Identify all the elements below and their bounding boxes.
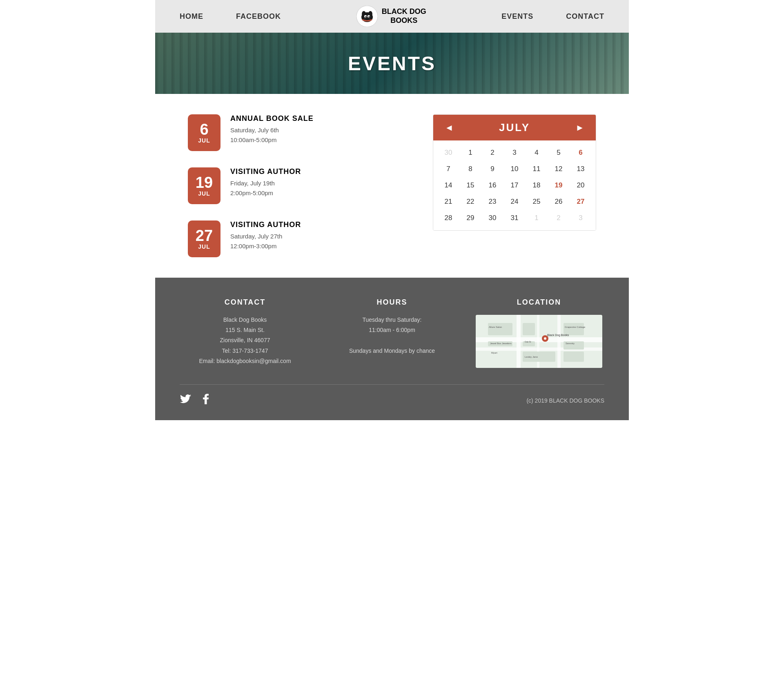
calendar-cell[interactable]: 21	[437, 194, 459, 210]
calendar-cell[interactable]: 24	[503, 194, 526, 210]
calendar-cell[interactable]: 3	[570, 210, 592, 226]
calendar-row: 21222324252627	[437, 194, 592, 210]
calendar-cell[interactable]: 6	[570, 145, 592, 161]
event-title: VISITING AUTHOR	[230, 220, 301, 229]
event-date-text: Friday, July 19th2:00pm-5:00pm	[230, 178, 301, 198]
calendar-cell[interactable]: 1	[459, 145, 481, 161]
event-details: ANNUAL BOOK SALE Saturday, July 6th10:00…	[230, 114, 314, 145]
hero-banner: EVENTS	[155, 33, 629, 94]
event-item: 19 JUL VISITING AUTHOR Friday, July 19th…	[188, 167, 416, 204]
calendar-cell[interactable]: 30	[481, 210, 503, 226]
svg-point-25	[544, 337, 546, 340]
calendar-cell[interactable]: 4	[526, 145, 548, 161]
footer-top: CONTACT Black Dog Books 115 S. Main St. …	[180, 298, 604, 368]
facebook-icon[interactable]	[200, 393, 212, 408]
calendar-cell[interactable]: 1	[526, 210, 548, 226]
calendar-cell[interactable]: 2	[548, 210, 570, 226]
footer: CONTACT Black Dog Books 115 S. Main St. …	[155, 278, 629, 420]
event-month: JUL	[198, 137, 210, 144]
nav-facebook[interactable]: FACEBOOK	[236, 12, 281, 20]
nav-events[interactable]: EVENTS	[501, 12, 533, 20]
nav-home[interactable]: HOME	[180, 12, 203, 20]
contact-email[interactable]: Email: blackdogbooksin@gmail.com	[199, 358, 291, 364]
hero-title: EVENTS	[348, 52, 436, 75]
hours-heading: HOURS	[327, 298, 457, 307]
svg-point-8	[368, 16, 370, 18]
event-month: JUL	[198, 243, 210, 250]
calendar-cell[interactable]: 2	[481, 145, 503, 161]
event-title: VISITING AUTHOR	[230, 167, 301, 176]
calendar-cell[interactable]: 10	[503, 161, 526, 177]
calendar-cell[interactable]: 5	[548, 145, 570, 161]
calendar-row: 30123456	[437, 145, 592, 161]
calendar-cell[interactable]: 8	[459, 161, 481, 177]
calendar-cell[interactable]: 22	[459, 194, 481, 210]
calendar-cell[interactable]: 19	[548, 177, 570, 194]
calendar-prev-button[interactable]: ◄	[441, 122, 457, 133]
svg-rect-23	[564, 352, 584, 362]
calendar-cell[interactable]: 27	[570, 194, 592, 210]
calendar-cell[interactable]: 18	[526, 177, 548, 194]
footer-hours: HOURS Tuesday thru Saturday: 11:00am - 6…	[327, 298, 457, 368]
calendar-cell[interactable]: 29	[459, 210, 481, 226]
social-icons	[180, 393, 212, 408]
svg-text:Allure Salon: Allure Salon	[489, 326, 502, 328]
logo-text: BLACK DOG BOOKS	[382, 7, 426, 25]
calendar-cell[interactable]: 17	[503, 177, 526, 194]
event-date-text: Saturday, July 6th10:00am-5:00pm	[230, 125, 314, 145]
calendar-cell[interactable]: 9	[481, 161, 503, 177]
calendar-section: ◄ JULY ► 3012345678910111213141516171819…	[433, 114, 596, 257]
svg-rect-16	[488, 323, 512, 335]
event-item: 6 JUL ANNUAL BOOK SALE Saturday, July 6t…	[188, 114, 416, 151]
svg-text:Oak St: Oak St	[525, 341, 531, 343]
hours-weekday-time: 11:00am - 6:00pm	[369, 327, 415, 333]
svg-point-9	[365, 18, 369, 20]
hours-weekend: Sundays and Mondays by chance	[349, 347, 435, 354]
calendar-cell[interactable]: 11	[526, 161, 548, 177]
logo-icon	[356, 6, 378, 27]
calendar-cell[interactable]: 28	[437, 210, 459, 226]
calendar-cell[interactable]: 16	[481, 177, 503, 194]
contact-name: Black Dog Books	[223, 316, 267, 323]
contact-tel: Tel: 317-733-1747	[222, 347, 268, 354]
calendar-cell[interactable]: 12	[548, 161, 570, 177]
location-heading: LOCATION	[474, 298, 604, 307]
calendar-cell[interactable]: 15	[459, 177, 481, 194]
calendar-cell[interactable]: 7	[437, 161, 459, 177]
events-list: 6 JUL ANNUAL BOOK SALE Saturday, July 6t…	[188, 114, 416, 257]
calendar-cell[interactable]: 23	[481, 194, 503, 210]
nav-contact[interactable]: CONTACT	[566, 12, 604, 20]
svg-text:Grapevine Cottage: Grapevine Cottage	[565, 326, 586, 328]
calendar-cell[interactable]: 3	[503, 145, 526, 161]
calendar-cell[interactable]: 13	[570, 161, 592, 177]
calendar-cell[interactable]: 20	[570, 177, 592, 194]
calendar-row: 78910111213	[437, 161, 592, 177]
svg-rect-17	[523, 323, 535, 335]
map-placeholder: Black Dog Books Allure Salon Jewel Box J…	[476, 315, 602, 368]
calendar-cell[interactable]: 30	[437, 145, 459, 161]
svg-text:Black Dog Books: Black Dog Books	[547, 334, 569, 337]
calendar-next-button[interactable]: ►	[572, 122, 588, 133]
calendar-cell[interactable]: 31	[503, 210, 526, 226]
calendar-cell[interactable]: 26	[548, 194, 570, 210]
copyright-text: (c) 2019 BLACK DOG BOOKS	[526, 397, 604, 404]
svg-rect-13	[517, 315, 521, 368]
footer-bottom: (c) 2019 BLACK DOG BOOKS	[180, 384, 604, 408]
calendar: ◄ JULY ► 3012345678910111213141516171819…	[433, 114, 596, 231]
calendar-month-title: JULY	[499, 121, 530, 134]
event-month: JUL	[198, 190, 210, 197]
svg-text:Serenity: Serenity	[566, 342, 575, 345]
event-item: 27 JUL VISITING AUTHOR Saturday, July 27…	[188, 220, 416, 257]
event-details: VISITING AUTHOR Friday, July 19th2:00pm-…	[230, 167, 301, 198]
logo[interactable]: BLACK DOG BOOKS	[356, 6, 426, 27]
event-details: VISITING AUTHOR Saturday, July 27th12:00…	[230, 220, 301, 251]
svg-text:Lesley Jane: Lesley Jane	[525, 356, 538, 358]
calendar-cell[interactable]: 14	[437, 177, 459, 194]
main-content: 6 JUL ANNUAL BOOK SALE Saturday, July 6t…	[155, 94, 629, 278]
calendar-cell[interactable]: 25	[526, 194, 548, 210]
calendar-grid: 3012345678910111213141516171819202122232…	[433, 140, 596, 230]
calendar-row: 28293031123	[437, 210, 592, 226]
contact-address2: Zionsville, IN 46077	[220, 337, 270, 343]
twitter-icon[interactable]	[180, 393, 192, 408]
event-date-badge: 27 JUL	[188, 220, 220, 257]
